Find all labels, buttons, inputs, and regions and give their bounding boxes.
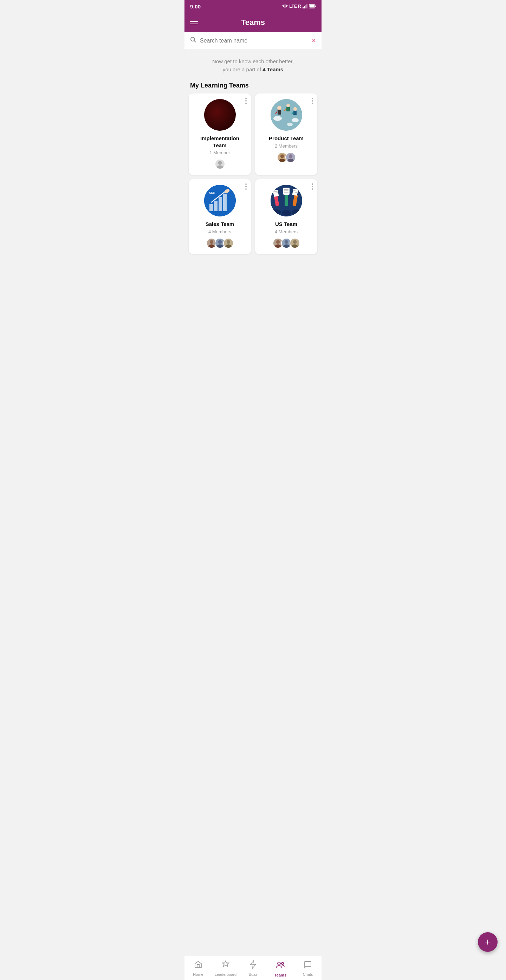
teams-grid: Implementation Team 1 Member [185, 94, 321, 258]
wifi-icon [282, 4, 288, 8]
svg-point-44 [226, 240, 230, 243]
svg-rect-7 [310, 5, 315, 8]
member-avatars-implementation [215, 159, 225, 169]
team-members-product: 2 Members [275, 143, 298, 149]
team-count: 4 Teams [263, 67, 283, 72]
team-avatar-sales: CES [204, 185, 236, 216]
svg-point-41 [218, 240, 221, 243]
svg-point-62 [292, 209, 301, 215]
status-bar: 9:00 LTE R [185, 0, 321, 13]
svg-point-67 [284, 240, 288, 243]
svg-rect-30 [214, 200, 218, 211]
team-avatar-implementation [204, 99, 236, 131]
member-avatars-product [277, 152, 296, 163]
svg-point-11 [217, 165, 223, 169]
team-card-implementation[interactable]: Implementation Team 1 Member [189, 94, 251, 175]
team-menu-implementation[interactable] [245, 98, 247, 104]
svg-rect-32 [223, 194, 227, 211]
search-clear-button[interactable]: × [312, 37, 316, 45]
svg-point-12 [271, 99, 302, 131]
svg-rect-1 [302, 7, 304, 8]
member-avatars-us [273, 238, 300, 248]
svg-point-13 [274, 116, 282, 121]
team-name-us: US Team [275, 221, 297, 228]
team-name-product: Product Team [269, 135, 304, 142]
sales-team-illustration: CES [204, 185, 236, 216]
team-card-sales[interactable]: CES Sales Team 4 Members [189, 179, 251, 254]
status-icons: LTE R [282, 4, 316, 9]
team-avatar-product [271, 99, 302, 131]
member-avatar [290, 238, 300, 248]
intro-section: Now get to know each other better, you a… [185, 49, 321, 79]
team-members-implementation: 1 Member [209, 150, 230, 155]
team-name-sales: Sales Team [205, 221, 234, 228]
svg-rect-6 [315, 6, 316, 7]
search-icon [190, 37, 196, 45]
search-input[interactable] [200, 38, 308, 44]
svg-rect-52 [283, 188, 290, 195]
svg-rect-21 [293, 111, 297, 115]
svg-rect-17 [278, 110, 281, 115]
us-team-illustration [271, 185, 302, 216]
svg-point-61 [282, 210, 291, 216]
svg-point-8 [191, 37, 195, 41]
search-bar: × [185, 32, 321, 49]
svg-point-0 [285, 7, 286, 8]
team-avatar-us [271, 185, 302, 216]
svg-point-26 [288, 154, 292, 158]
main-content: Now get to know each other better, you a… [185, 49, 321, 301]
member-avatars-sales [206, 238, 234, 248]
menu-button[interactable] [190, 21, 198, 24]
svg-point-38 [209, 240, 213, 243]
team-card-product[interactable]: Product Team 2 Members [255, 94, 317, 175]
svg-rect-2 [304, 6, 305, 8]
svg-rect-4 [306, 4, 307, 8]
team-menu-sales[interactable] [245, 183, 247, 190]
header: Teams [185, 13, 321, 32]
svg-point-10 [218, 161, 221, 164]
battery-icon [309, 4, 316, 8]
team-members-sales: 4 Members [208, 229, 231, 234]
team-members-us: 4 Members [275, 229, 298, 234]
signal-icon [302, 4, 307, 8]
lte-label: LTE R [289, 4, 301, 9]
team-menu-us[interactable] [312, 183, 313, 190]
member-avatar [215, 159, 225, 169]
svg-rect-29 [209, 204, 213, 211]
svg-point-14 [292, 118, 299, 122]
svg-rect-51 [285, 194, 288, 206]
product-team-illustration [271, 99, 302, 131]
svg-text:CES: CES [209, 191, 215, 194]
member-avatar [223, 238, 234, 248]
intro-text: Now get to know each other better, you a… [191, 57, 315, 73]
team-menu-product[interactable] [312, 98, 313, 104]
status-time: 9:00 [190, 3, 200, 10]
svg-rect-19 [286, 107, 290, 111]
team-name-implementation: Implementation Team [193, 135, 247, 149]
svg-point-64 [276, 240, 279, 243]
page-title: Teams [241, 18, 265, 27]
section-title: My Learning Teams [185, 79, 321, 94]
svg-rect-31 [218, 197, 222, 211]
svg-point-60 [272, 209, 281, 215]
member-avatar [285, 152, 296, 163]
svg-point-16 [277, 106, 282, 110]
svg-point-15 [287, 123, 293, 126]
svg-point-20 [293, 107, 297, 111]
team-card-us[interactable]: US Team 4 Members [255, 179, 317, 254]
svg-rect-3 [306, 5, 306, 8]
svg-point-18 [286, 103, 290, 107]
svg-point-70 [293, 240, 296, 243]
svg-point-23 [280, 154, 283, 158]
svg-line-9 [194, 41, 196, 43]
